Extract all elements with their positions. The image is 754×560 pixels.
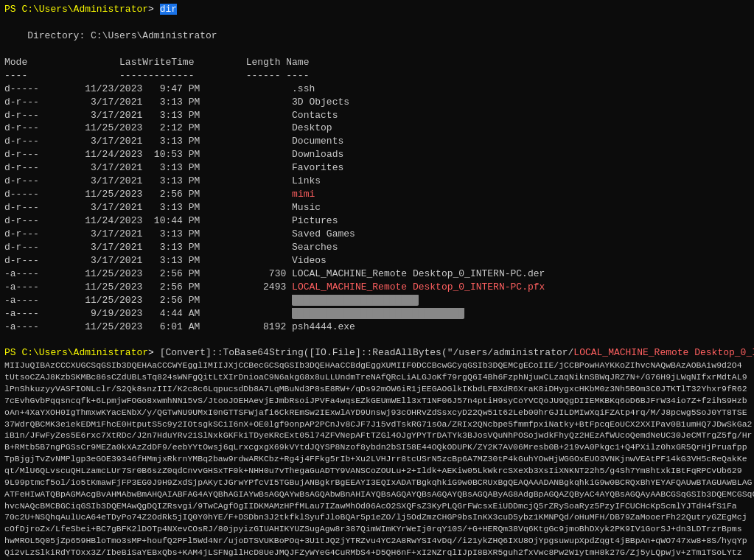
row-downloads: d-r--- 11/24/2023 10:53 PM Downloads [4, 148, 750, 161]
b64-line-16: hwMROL5Q05jZp659HBloTmo3sMP+houfQ2PFl5Wd… [4, 535, 750, 547]
terminal-window: PS C:\Users\Administrator> dir Directory… [0, 0, 754, 560]
row-redact1: -a---- 11/25/2023 2:56 PM ██████████████… [4, 294, 750, 307]
row-videos: d-r--- 3/17/2021 3:13 PM Videos [4, 254, 750, 267]
b64-line-15: cOfDjroZx/LfeSbei+BC7gBFK2lDOTp4NXevCOsR… [4, 523, 750, 535]
dir-info-line: Directory: C:\Users\Administrator [4, 29, 750, 43]
row-psh: -a---- 11/25/2023 6:01 AM 8192 psh4444.e… [4, 321, 750, 334]
blank-line-3 [4, 333, 750, 346]
b64-line-01: MIIJuQIBAzCCCXUGCSqGSIb3DQEHAaCCCWYEgglI… [4, 360, 750, 371]
row-der: -a---- 11/25/2023 2:56 PM 730 LOCAL_MACH… [4, 267, 750, 281]
prompt-gt: > [148, 4, 160, 15]
row-music: d-r--- 3/17/2021 3:13 PM Music [4, 201, 750, 214]
row-ssh: d----- 11/23/2023 9:47 PM .ssh [4, 83, 750, 96]
b64-line-06: 37WdrQBCMK3e1ekEDM1FhcE0HtputS5c9y2IOtsg… [4, 419, 750, 430]
row-contacts: d-r--- 3/17/2021 3:13 PM Contacts [4, 109, 750, 122]
row-documents: d-r--- 3/17/2021 3:13 PM Documents [4, 135, 750, 148]
row-pfx: -a---- 11/25/2023 2:56 PM 2493 LOCAL_MAC… [4, 281, 750, 294]
b64-line-11: 9L99ptmcf5ol/io5tKmawFjFP3EG0J9H9ZxdSjpA… [4, 477, 750, 489]
row-redact2: -a---- 9/19/2023 4:44 AM ███████████████… [4, 307, 750, 321]
b64-line-04: 7cEvhGvbPqqsncqfk+6LpmjwFOGo8xwmhNN15vS/… [4, 395, 750, 407]
row-desktop: d-r--- 11/25/2023 2:12 PM Desktop [4, 122, 750, 135]
b64-line-08: B+RMtb5B7ngPGSsCr9MEZa0kXAzZdDF9/eebYYtO… [4, 441, 750, 453]
row-3dobjects: d-r--- 3/17/2021 3:13 PM 3D Objects [4, 96, 750, 109]
b64-line-03: lPnShkuzyyVASFIONLclr/S2Qk8snzIII/K2c8c6… [4, 383, 750, 395]
b64-line-05: oAn+4XaYXOH0IgThmxwKYacENbX/y/QGTwNU9UMx… [4, 407, 750, 419]
row-pictures: d-r--- 11/24/2023 10:44 PM Pictures [4, 214, 750, 228]
row-savedgames: d-r--- 3/17/2021 3:13 PM Saved Games [4, 228, 750, 241]
prompt-dir: PS C:\Users\Administrator [4, 4, 148, 15]
row-searches: d-r--- 3/17/2021 3:13 PM Searches [4, 241, 750, 254]
row-mimi: d----- 11/25/2023 2:56 PM mimi [4, 188, 750, 201]
col-header-line: Mode LastWriteTime Length Name [4, 56, 750, 69]
row-links: d-r--- 3/17/2021 3:13 PM Links [4, 175, 750, 188]
cmd-convert-line: PS C:\Users\Administrator> [Convert]::To… [4, 346, 750, 360]
blank-line-2 [4, 43, 750, 56]
b64-line-17: Qi2vLzSlkiRdYTOxx3Z/IbeBiSaYEBxQbs+KAM4j… [4, 547, 750, 559]
b64-line-02: tUtsoCZAJ8KzbSKMBc86sCZdUBLsTq824sWNFgQi… [4, 371, 750, 383]
b64-line-12: ATFeHIwATQBpAGMAcgBvAHMAbwBmAHQAIABFAG4A… [4, 489, 750, 500]
b64-line-14: 70c2U+NSQhqAulUcA64eTDyPo74Z2OdRk5jIQ0Y0… [4, 511, 750, 523]
b64-line-10: qt/MlU6QLvscuQHLzamcLUr7Sr0B6szZ0qdCnvvG… [4, 465, 750, 477]
cmd-dir-text: dir [160, 4, 177, 15]
row-favorites: d-r--- 3/17/2021 3:13 PM Favorites [4, 161, 750, 175]
blank-line-1 [4, 16, 750, 29]
cmd-dir-line: PS C:\Users\Administrator> dir [4, 3, 750, 16]
b64-line-13: hvcNAQcBMCBGCiqGSIb3DQEMAwQgDQIZRsvgi/9T… [4, 500, 750, 512]
col-sep-line: ---- ------------- ------ ---- [4, 69, 750, 83]
b64-line-09: TpBjgjTvZvNMPlgp3eGOE39346fHMmjxRkrnYMBq… [4, 453, 750, 465]
b64-line-07: iB1n/JFwFyZes5E6rxc7XtRDc/J2n7HduYRv2iSl… [4, 430, 750, 441]
